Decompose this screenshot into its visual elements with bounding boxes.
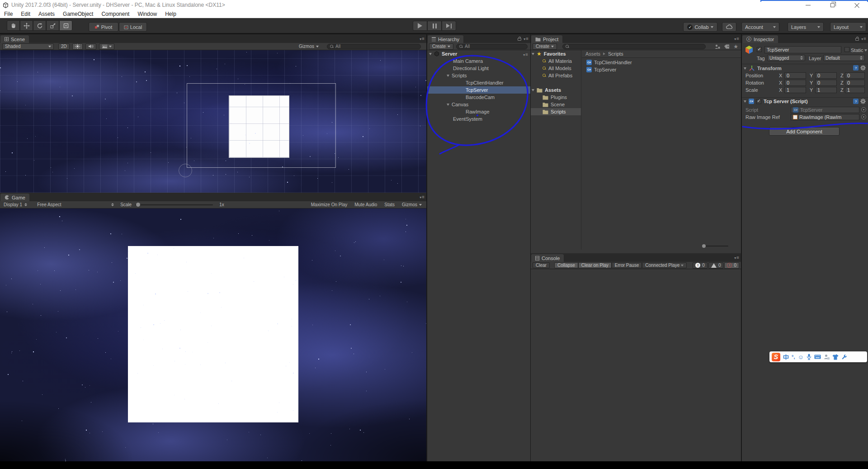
skin-icon[interactable] (832, 354, 839, 360)
sogou-logo-icon[interactable]: S (772, 353, 780, 361)
console-info-filter[interactable]: 0 (693, 262, 708, 269)
panel-menu-icon[interactable] (420, 194, 425, 199)
fold-open-icon[interactable] (429, 53, 432, 55)
scale-z-field[interactable]: 1 (845, 87, 865, 93)
project-zoom-knob[interactable] (702, 244, 706, 248)
project-search-input[interactable] (562, 44, 706, 49)
help-icon[interactable] (853, 99, 859, 104)
object-name-field[interactable]: TcpServer (764, 46, 841, 53)
fold-open-icon[interactable] (447, 104, 449, 106)
search-by-label-icon[interactable] (724, 44, 730, 49)
console-clear-on-play-toggle[interactable]: Clear on Play (578, 262, 612, 268)
console-log-area[interactable] (531, 270, 741, 461)
project-folder-scripts[interactable]: Scripts (531, 108, 581, 115)
static-checkbox[interactable] (844, 47, 849, 52)
tag-dropdown[interactable]: Untagged (767, 55, 805, 61)
panel-menu-icon[interactable] (524, 36, 528, 41)
tab-game[interactable]: Game (0, 194, 29, 201)
move-tool-button[interactable] (20, 20, 33, 31)
hierarchy-search-input[interactable]: All (456, 44, 528, 49)
layers-dropdown[interactable]: Layers (788, 22, 824, 32)
scene-menu-icon[interactable] (523, 52, 528, 57)
hierarchy-create-button[interactable]: Create (429, 43, 453, 50)
shading-mode-dropdown[interactable]: Shaded (2, 43, 54, 50)
position-x-field[interactable]: 0 (784, 72, 806, 79)
console-warning-filter[interactable]: 0 (708, 262, 724, 269)
menu-edit[interactable]: Edit (17, 11, 34, 17)
layer-dropdown[interactable]: Default (823, 55, 865, 61)
rawimage-object[interactable] (229, 95, 289, 158)
panel-menu-icon[interactable] (734, 255, 739, 260)
rotation-x-field[interactable]: 0 (784, 80, 806, 86)
rotation-y-field[interactable]: 0 (815, 80, 837, 86)
menu-assets[interactable]: Assets (34, 11, 59, 17)
cloud-button[interactable] (722, 22, 736, 32)
local-toggle-button[interactable]: Local (119, 22, 147, 32)
stats-button[interactable]: Stats (384, 202, 395, 207)
display-dropdown[interactable]: Display 1 (4, 202, 27, 207)
mute-audio-button[interactable]: Mute Audio (354, 202, 377, 207)
project-fav-all-materials[interactable]: All Materia (531, 57, 581, 65)
play-button[interactable] (413, 21, 427, 31)
rotation-z-field[interactable]: 0 (845, 80, 865, 86)
console-error-pause-toggle[interactable]: Error Pause (612, 262, 642, 268)
fold-open-icon[interactable] (532, 53, 534, 55)
console-error-filter[interactable]: 0 (724, 262, 739, 269)
close-button[interactable] (854, 2, 860, 8)
position-y-field[interactable]: 0 (815, 72, 837, 79)
favorite-search-icon[interactable] (733, 44, 738, 49)
pause-button[interactable] (427, 21, 442, 31)
gear-icon[interactable] (860, 65, 866, 71)
object-picker-icon[interactable] (861, 114, 866, 119)
hierarchy-item-directional-light[interactable]: Directional Light (427, 65, 530, 72)
lock-icon[interactable] (855, 38, 859, 41)
hierarchy-item-scripts[interactable]: Scripts (427, 72, 530, 79)
tab-console[interactable]: Console (531, 254, 564, 262)
wrench-settings-icon[interactable] (841, 354, 847, 360)
help-icon[interactable] (853, 65, 859, 71)
hierarchy-scene-root[interactable]: Server (427, 50, 530, 57)
position-z-field[interactable]: 0 (845, 72, 865, 79)
active-checkbox[interactable] (757, 47, 762, 52)
panel-menu-icon[interactable] (861, 36, 866, 41)
lock-icon[interactable] (518, 38, 521, 41)
scale-y-field[interactable]: 1 (815, 87, 837, 93)
aspect-dropdown[interactable]: Free Aspect (37, 202, 114, 207)
console-connected-player-dropdown[interactable]: Connected Playe (642, 262, 687, 268)
minimize-button[interactable] (806, 5, 811, 5)
hierarchy-item-tcpserver[interactable]: TcpServer (427, 86, 530, 94)
project-create-button[interactable]: Create (533, 43, 557, 50)
tab-scene[interactable]: Scene (0, 35, 29, 43)
component-enabled-checkbox[interactable] (756, 99, 761, 104)
pivot-toggle-button[interactable]: Pivot (89, 22, 118, 32)
project-zoom-slider[interactable] (702, 246, 728, 246)
scene-lighting-toggle[interactable] (72, 43, 83, 50)
menu-help[interactable]: Help (161, 11, 180, 17)
scale-slider-knob[interactable] (136, 203, 140, 207)
rotate-tool-button[interactable] (33, 20, 46, 31)
search-by-type-icon[interactable] (715, 44, 720, 49)
scene-viewport[interactable] (0, 50, 426, 193)
add-component-button[interactable]: Add Component (769, 127, 840, 136)
step-button[interactable] (442, 21, 456, 31)
soft-keyboard-icon[interactable] (814, 355, 821, 359)
scene-effects-dropdown[interactable] (99, 43, 114, 50)
project-folder-scene[interactable]: Scene (531, 101, 581, 108)
panel-menu-icon[interactable] (420, 36, 425, 41)
maximize-on-play-button[interactable]: Maximize On Play (311, 202, 348, 207)
game-gizmos-dropdown[interactable]: Gizmos (402, 202, 422, 207)
tab-project[interactable]: Project (531, 35, 562, 43)
hierarchy-item-tcpclienthandler[interactable]: TcpClientHandler (427, 79, 530, 86)
static-dropdown-icon[interactable] (864, 49, 867, 52)
project-assets-root[interactable]: Assets (531, 86, 581, 94)
scene-audio-toggle[interactable] (85, 43, 96, 50)
microphone-icon[interactable] (807, 354, 811, 360)
restore-button[interactable] (830, 3, 835, 7)
hand-tool-button[interactable] (7, 20, 20, 31)
user-account-icon[interactable] (824, 354, 830, 360)
hierarchy-item-eventsystem[interactable]: EventSystem (427, 115, 530, 123)
tcp-server-component-header[interactable]: Tcp Server (Script) (744, 99, 808, 104)
gear-icon[interactable] (860, 99, 866, 104)
tab-inspector[interactable]: Inspector (742, 35, 778, 43)
fold-open-icon[interactable] (532, 89, 534, 91)
